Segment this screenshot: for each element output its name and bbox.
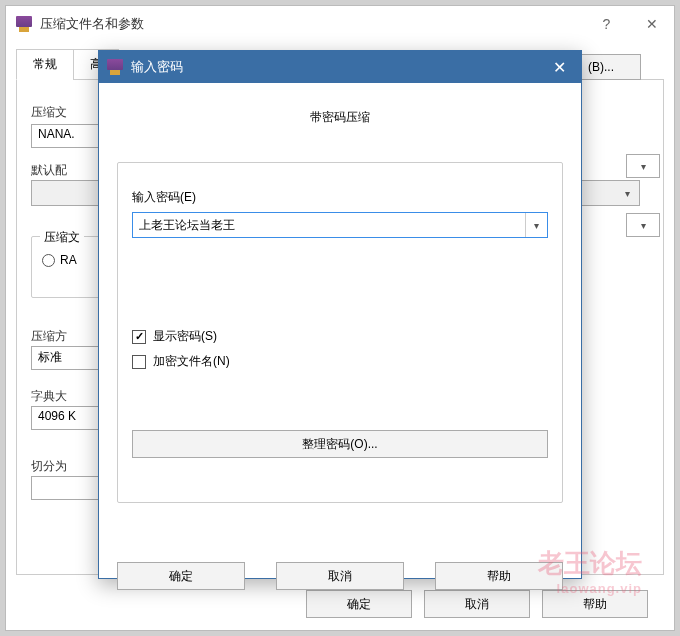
compression-method-label: 压缩方 <box>31 328 67 345</box>
main-close-button[interactable]: ✕ <box>629 9 674 39</box>
format-rar-radio[interactable]: RA <box>42 253 77 267</box>
password-history-dropdown[interactable]: ▾ <box>525 213 547 237</box>
password-ok-button[interactable]: 确定 <box>117 562 245 590</box>
default-config-label: 默认配 <box>31 162 67 179</box>
password-value: 上老王论坛当老王 <box>139 217 235 234</box>
main-help-button[interactable]: ? <box>584 9 629 39</box>
password-titlebar: 输入密码 ✕ <box>99 51 581 83</box>
chevron-down-icon: ▾ <box>641 161 646 172</box>
organize-passwords-button[interactable]: 整理密码(O)... <box>132 430 548 458</box>
winrar-icon <box>16 16 32 32</box>
main-title: 压缩文件名和参数 <box>40 15 144 33</box>
main-titlebar: 压缩文件名和参数 ? ✕ <box>6 6 674 42</box>
profile-dropdown[interactable]: ▾ <box>626 213 660 237</box>
chevron-down-icon: ▾ <box>641 220 646 231</box>
checkbox-unchecked-icon <box>132 355 146 369</box>
chevron-down-icon: ▾ <box>534 220 539 231</box>
archive-format-legend: 压缩文 <box>40 229 84 246</box>
tab-general[interactable]: 常规 <box>16 49 74 80</box>
password-dialog-buttons: 确定 取消 帮助 <box>117 562 563 590</box>
encrypt-filenames-label: 加密文件名(N) <box>153 353 230 370</box>
password-dialog: 输入密码 ✕ 带密码压缩 输入密码(E) 上老王论坛当老王 ▾ 显示密码(S) … <box>98 50 582 579</box>
password-subtitle: 带密码压缩 <box>117 109 563 126</box>
password-help-button[interactable]: 帮助 <box>435 562 563 590</box>
password-body: 带密码压缩 输入密码(E) 上老王论坛当老王 ▾ 显示密码(S) 加密文件名(N… <box>99 109 581 604</box>
password-close-button[interactable]: ✕ <box>537 51 581 83</box>
chevron-down-icon: ▾ <box>625 188 630 199</box>
password-title: 输入密码 <box>131 58 183 76</box>
split-label: 切分为 <box>31 458 67 475</box>
archive-name-label: 压缩文 <box>31 104 67 121</box>
archive-name-dropdown[interactable]: ▾ <box>626 154 660 178</box>
radio-icon <box>42 254 55 267</box>
show-password-label: 显示密码(S) <box>153 328 217 345</box>
show-password-checkbox[interactable]: 显示密码(S) <box>132 328 548 345</box>
enter-password-label: 输入密码(E) <box>132 189 548 206</box>
password-input[interactable]: 上老王论坛当老王 ▾ <box>132 212 548 238</box>
format-rar-label: RA <box>60 253 77 267</box>
dictionary-size-label: 字典大 <box>31 388 67 405</box>
password-cancel-button[interactable]: 取消 <box>276 562 404 590</box>
encrypt-filenames-checkbox[interactable]: 加密文件名(N) <box>132 353 548 370</box>
winrar-icon <box>107 59 123 75</box>
checkbox-checked-icon <box>132 330 146 344</box>
password-group: 输入密码(E) 上老王论坛当老王 ▾ 显示密码(S) 加密文件名(N) 整理密码… <box>117 162 563 503</box>
